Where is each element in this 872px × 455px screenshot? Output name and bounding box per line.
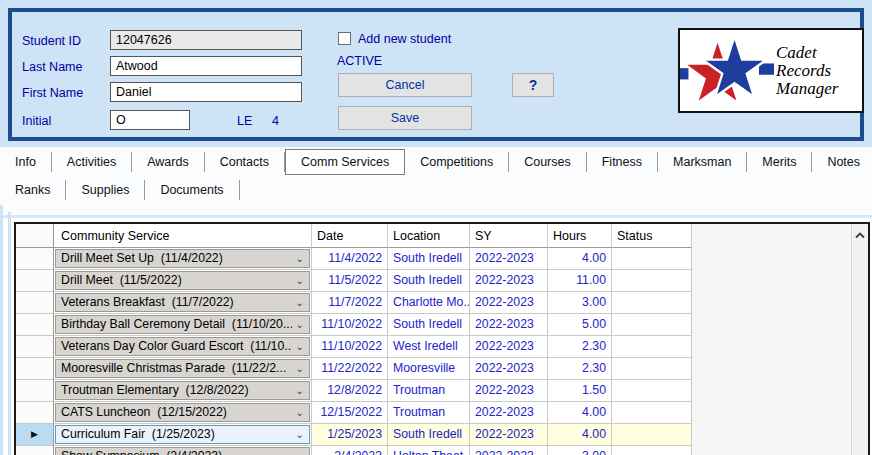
cell-hours[interactable]: 3.00 <box>548 446 612 455</box>
cell-location[interactable]: South Iredell <box>388 314 470 336</box>
row-selector[interactable]: ▶ <box>16 424 54 446</box>
cell-sy[interactable]: 2022-2023 <box>470 248 548 270</box>
tab-supplies[interactable]: Supplies <box>66 180 145 200</box>
cell-hours[interactable]: 2.30 <box>548 358 612 380</box>
cell-date[interactable]: 12/15/2022 <box>312 402 388 424</box>
cell-location[interactable]: South Iredell <box>388 248 470 270</box>
cell-location[interactable]: West Iredell <box>388 336 470 358</box>
community-service-dropdown[interactable]: Veterans Breakfast (11/7/2022)⌄ <box>55 293 310 312</box>
row-selector[interactable] <box>16 380 54 402</box>
cell-sy[interactable]: 2022-2023 <box>470 270 548 292</box>
cell-status[interactable] <box>612 380 692 402</box>
tab-contacts[interactable]: Contacts <box>205 152 285 172</box>
first-name-field[interactable] <box>110 82 302 102</box>
row-selector[interactable] <box>16 292 54 314</box>
cell-hours[interactable]: 11.00 <box>548 270 612 292</box>
cell-location[interactable]: Charlotte Mo... <box>388 292 470 314</box>
cell-location[interactable]: Troutman <box>388 402 470 424</box>
tab-activities[interactable]: Activities <box>52 152 132 172</box>
cell-location[interactable]: Troutman <box>388 380 470 402</box>
community-service-dropdown[interactable]: Mooresville Christmas Parade (11/22/2...… <box>55 359 310 378</box>
cell-hours[interactable]: 1.50 <box>548 380 612 402</box>
cell-hours[interactable]: 3.00 <box>548 292 612 314</box>
row-selector[interactable] <box>16 402 54 424</box>
header-date[interactable]: Date <box>312 224 388 248</box>
cell-status[interactable] <box>612 402 692 424</box>
cell-status[interactable] <box>612 446 692 455</box>
cell-sy[interactable]: 2022-2023 <box>470 292 548 314</box>
cell-hours[interactable]: 4.00 <box>548 402 612 424</box>
cell-date[interactable]: 11/7/2022 <box>312 292 388 314</box>
cell-hours[interactable]: 5.00 <box>548 314 612 336</box>
help-button[interactable]: ? <box>512 73 554 97</box>
add-new-student-checkbox[interactable] <box>338 32 351 45</box>
cell-status[interactable] <box>612 292 692 314</box>
cell-date[interactable]: 11/10/2022 <box>312 314 388 336</box>
cell-sy[interactable]: 2022-2023 <box>470 358 548 380</box>
tab-documents[interactable]: Documents <box>145 180 239 200</box>
tab-marksman[interactable]: Marksman <box>658 152 747 172</box>
cell-status[interactable] <box>612 248 692 270</box>
tab-ranks[interactable]: Ranks <box>0 180 66 200</box>
cell-date[interactable]: 11/10/2022 <box>312 336 388 358</box>
community-service-dropdown[interactable]: Drill Meet (11/5/2022)⌄ <box>55 271 310 290</box>
community-service-dropdown[interactable]: Troutman Elementary (12/8/2022)⌄ <box>55 381 310 400</box>
cell-hours[interactable]: 4.00 <box>548 248 612 270</box>
scroll-up-icon[interactable] <box>855 232 865 239</box>
tab-merits[interactable]: Merits <box>747 152 812 172</box>
cell-status[interactable] <box>612 336 692 358</box>
community-service-dropdown[interactable]: Birthday Ball Ceremony Detail (11/10/20.… <box>55 315 310 334</box>
row-selector[interactable] <box>16 314 54 336</box>
cell-status[interactable] <box>612 314 692 336</box>
tab-awards[interactable]: Awards <box>132 152 204 172</box>
tab-fitness[interactable]: Fitness <box>587 152 658 172</box>
cell-sy[interactable]: 2022-2023 <box>470 424 548 446</box>
header-community-service[interactable]: Community Service <box>54 224 312 248</box>
tab-courses[interactable]: Courses <box>509 152 587 172</box>
cancel-button[interactable]: Cancel <box>338 73 472 97</box>
cell-sy[interactable]: 2022-2023 <box>470 314 548 336</box>
community-service-dropdown[interactable]: Show Symposium (2/4/2023)⌄ <box>55 447 310 455</box>
header-location[interactable]: Location <box>388 224 470 248</box>
cell-sy[interactable]: 2022-2023 <box>470 380 548 402</box>
cell-status[interactable] <box>612 424 692 446</box>
row-selector[interactable] <box>16 358 54 380</box>
cell-date[interactable]: 11/22/2022 <box>312 358 388 380</box>
cell-date[interactable]: 1/25/2023 <box>312 424 388 446</box>
tab-comm-services[interactable]: Comm Services <box>285 149 405 175</box>
community-service-dropdown[interactable]: Curriculum Fair (1/25/2023)⌄ <box>55 425 310 444</box>
cell-date[interactable]: 11/4/2022 <box>312 248 388 270</box>
cell-location[interactable]: South Iredell <box>388 424 470 446</box>
cell-location[interactable]: South Iredell <box>388 270 470 292</box>
row-selector[interactable] <box>16 336 54 358</box>
community-service-dropdown[interactable]: Veterans Day Color Guard Escort (11/10..… <box>55 337 310 356</box>
community-service-dropdown[interactable]: Drill Meet Set Up (11/4/2022)⌄ <box>55 249 310 268</box>
cell-location[interactable]: Holton Theat... <box>388 446 470 455</box>
header-sy[interactable]: SY <box>470 224 548 248</box>
cell-status[interactable] <box>612 358 692 380</box>
cell-status[interactable] <box>612 270 692 292</box>
community-service-dropdown[interactable]: CATS Luncheon (12/15/2022)⌄ <box>55 403 310 422</box>
cell-date[interactable]: 12/8/2022 <box>312 380 388 402</box>
cell-date[interactable]: 11/5/2022 <box>312 270 388 292</box>
row-selector[interactable] <box>16 270 54 292</box>
header-hours[interactable]: Hours <box>548 224 612 248</box>
tab-competitions[interactable]: Competitions <box>405 152 509 172</box>
tab-info[interactable]: Info <box>0 152 52 172</box>
cell-location[interactable]: Mooresville <box>388 358 470 380</box>
row-selector[interactable] <box>16 248 54 270</box>
cell-sy[interactable]: 2022-2023 <box>470 446 548 455</box>
vertical-scrollbar[interactable] <box>851 224 868 455</box>
initial-field[interactable] <box>110 110 190 130</box>
row-selector[interactable] <box>16 446 54 455</box>
cell-date[interactable]: 2/4/2023 <box>312 446 388 455</box>
tab-notes[interactable]: Notes <box>812 152 872 172</box>
last-name-field[interactable] <box>110 56 302 76</box>
save-button[interactable]: Save <box>338 106 472 130</box>
cell-sy[interactable]: 2022-2023 <box>470 402 548 424</box>
cell-hours[interactable]: 4.00 <box>548 424 612 446</box>
cell-hours[interactable]: 2.30 <box>548 336 612 358</box>
header-status[interactable]: Status <box>612 224 692 248</box>
cell-sy[interactable]: 2022-2023 <box>470 336 548 358</box>
student-id-field[interactable] <box>110 30 302 50</box>
